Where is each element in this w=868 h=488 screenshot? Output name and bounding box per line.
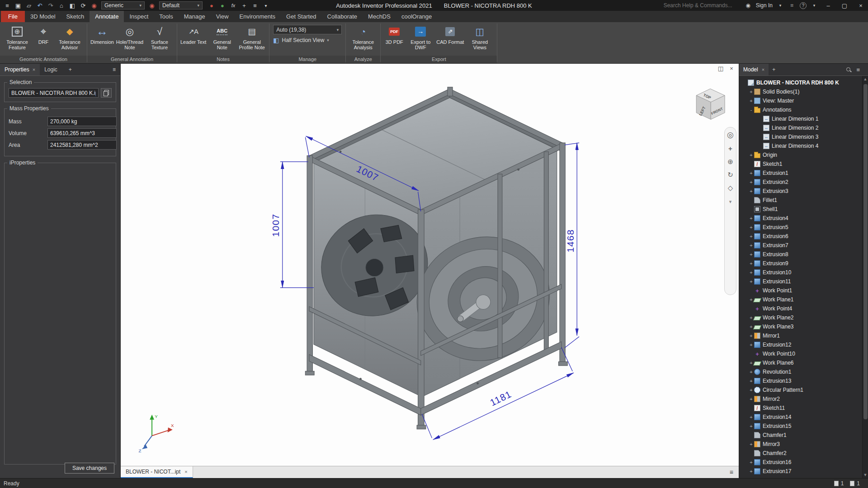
tree-expander[interactable]: + xyxy=(748,270,754,275)
qat-icon[interactable] xyxy=(56,0,67,10)
tree-item[interactable]: Chamfer1 xyxy=(740,431,862,440)
qat-icon[interactable] xyxy=(217,0,228,10)
viewport-canvas[interactable]: 1007 1007 1468 1181 xyxy=(121,64,739,466)
tree-item[interactable]: Linear Dimension 2 xyxy=(740,123,862,132)
tree-item[interactable]: + Extrusion11 xyxy=(740,277,862,286)
qat-icon[interactable] xyxy=(13,0,24,10)
tree-expander[interactable]: + xyxy=(748,414,754,420)
split-view-icon[interactable]: ◫ xyxy=(717,65,724,72)
save-changes-button[interactable]: Save changes xyxy=(65,463,114,474)
pan-icon[interactable] xyxy=(728,145,732,152)
tree-expander[interactable]: + xyxy=(748,188,754,194)
tree-expander[interactable]: + xyxy=(748,387,754,393)
orbit-icon[interactable] xyxy=(727,171,733,178)
ribbon-group-title[interactable]: Notes xyxy=(177,56,269,63)
viewport[interactable]: 1007 1007 1468 1181 xyxy=(121,64,739,478)
tree-item[interactable]: + View: Master xyxy=(740,96,862,105)
tree-item[interactable]: + Mirror1 xyxy=(740,331,862,340)
qat-icon[interactable] xyxy=(228,0,239,10)
qat-icon[interactable] xyxy=(45,0,56,10)
ribbon-tab[interactable]: Inspect xyxy=(124,11,154,22)
ribbon-button[interactable]: CAD Format xyxy=(435,23,465,45)
navigation-wheel-icon[interactable] xyxy=(727,131,734,139)
browser-scrollbar[interactable]: ▲ ▼ xyxy=(862,76,868,478)
ribbon-tab[interactable]: Manage xyxy=(179,11,211,22)
ribbon-group-title[interactable]: Geometric Annotation xyxy=(0,56,87,63)
tree-expander[interactable]: + xyxy=(748,423,754,429)
panel-menu-icon[interactable]: ≡ xyxy=(108,64,120,75)
panel-tab[interactable]: Logic xyxy=(40,64,65,75)
ribbon-tab[interactable]: Annotate xyxy=(90,11,124,22)
tree-expander[interactable]: + xyxy=(748,460,754,465)
tree-item[interactable]: Linear Dimension 1 xyxy=(740,114,862,123)
scroll-down-icon[interactable]: ▼ xyxy=(863,472,868,478)
ribbon-button[interactable]: Export to DWF xyxy=(406,23,435,51)
qat-icon[interactable] xyxy=(239,0,250,10)
tree-item[interactable]: + Extrusion12 xyxy=(740,340,862,349)
restore-button[interactable]: ▢ xyxy=(838,0,851,11)
tree-item[interactable]: Work Point10 xyxy=(740,349,862,358)
tree-item[interactable]: + Work Plane6 xyxy=(740,358,862,367)
tree-item[interactable]: Fillet1 xyxy=(740,196,862,205)
tree-item[interactable]: + Origin xyxy=(740,150,862,160)
ribbon-tab[interactable]: File xyxy=(1,11,25,22)
ribbon-tab[interactable]: coolOrange xyxy=(396,11,437,22)
sheet-counter[interactable]: 1 xyxy=(834,480,844,487)
add-browser-tab-button[interactable]: + xyxy=(769,64,779,75)
ribbon-tab[interactable]: 3D Model xyxy=(25,11,61,22)
close-document-icon[interactable]: × xyxy=(728,65,735,72)
tree-item[interactable]: Chamfer2 xyxy=(740,449,862,458)
close-button[interactable]: × xyxy=(854,0,867,11)
ribbon-button[interactable]: Tolerance Feature xyxy=(2,23,32,51)
add-panel-tab-button[interactable]: + xyxy=(65,64,75,75)
close-icon[interactable]: × xyxy=(184,469,187,474)
ribbon-tab[interactable]: MechDS xyxy=(363,11,396,22)
tree-item[interactable]: + Extrusion16 xyxy=(740,458,862,467)
tree-item[interactable]: Linear Dimension 4 xyxy=(740,141,862,150)
tree-item[interactable]: + Extrusion15 xyxy=(740,422,862,431)
tree-item[interactable]: + Extrusion7 xyxy=(740,241,862,250)
ribbon-button[interactable]: Dimension xyxy=(90,23,115,45)
browser-menu-icon[interactable]: ≡ xyxy=(856,66,860,73)
tree-item[interactable]: + Extrusion3 xyxy=(740,187,862,196)
chevron-down-icon[interactable]: ▾ xyxy=(776,3,784,8)
sheet-counter[interactable]: 1 xyxy=(850,480,860,487)
ribbon-button[interactable]: General Note xyxy=(207,23,237,51)
tree-item[interactable]: + Work Plane3 xyxy=(740,322,862,331)
ribbon-button[interactable]: Hole/Thread Note xyxy=(115,23,145,51)
pick-selection-button[interactable] xyxy=(101,88,112,98)
qat-icon[interactable] xyxy=(89,0,99,10)
tree-item[interactable]: + Work Plane1 xyxy=(740,295,862,304)
ribbon-button[interactable]: Surface Texture xyxy=(145,23,175,51)
zoom-icon[interactable] xyxy=(727,158,733,165)
tree-expander[interactable]: + xyxy=(748,441,754,447)
tree-expander[interactable]: + xyxy=(748,396,754,402)
tree-item[interactable]: + Work Plane2 xyxy=(740,313,862,322)
tree-item[interactable]: + Solid Bodies(1) xyxy=(740,87,862,96)
tree-item[interactable]: + Extrusion14 xyxy=(740,413,862,422)
mass-property-value[interactable] xyxy=(47,128,117,138)
ribbon-group-title[interactable]: Manage xyxy=(269,56,345,63)
tree-item[interactable]: Sketch11 xyxy=(740,404,862,413)
tree-expander[interactable]: + xyxy=(748,170,754,176)
tree-expander[interactable]: + xyxy=(748,342,754,347)
view-cube[interactable]: TOP LEFT FRONT xyxy=(696,89,725,119)
tree-item[interactable]: BLOWER - NICOTRA RDH 800 K xyxy=(740,78,862,87)
ribbon-button[interactable]: General Profile Note xyxy=(237,23,267,51)
tree-expander[interactable]: + xyxy=(748,216,754,221)
sign-in-button[interactable]: Sign In xyxy=(756,2,773,9)
tree-item[interactable]: + Extrusion5 xyxy=(740,223,862,232)
tree-item[interactable]: Work Point1 xyxy=(740,286,862,295)
tree-expander[interactable]: + xyxy=(748,243,754,248)
half-section-view-button[interactable]: Half Section View ▾ xyxy=(273,37,342,44)
tree-item[interactable]: + Extrusion17 xyxy=(740,467,862,476)
search-input[interactable] xyxy=(664,2,741,9)
tree-expander[interactable]: + xyxy=(748,469,754,474)
tree-expander[interactable]: + xyxy=(748,333,754,338)
ribbon-button[interactable]: Tolerance Analysis xyxy=(348,23,378,51)
tree-expander[interactable]: + xyxy=(748,98,754,103)
ribbon-button[interactable]: Shared Views xyxy=(465,23,495,51)
tree-item[interactable]: + Extrusion6 xyxy=(740,232,862,241)
mass-property-value[interactable] xyxy=(47,117,117,126)
material-dropdown[interactable]: Generic▾ xyxy=(101,1,145,9)
